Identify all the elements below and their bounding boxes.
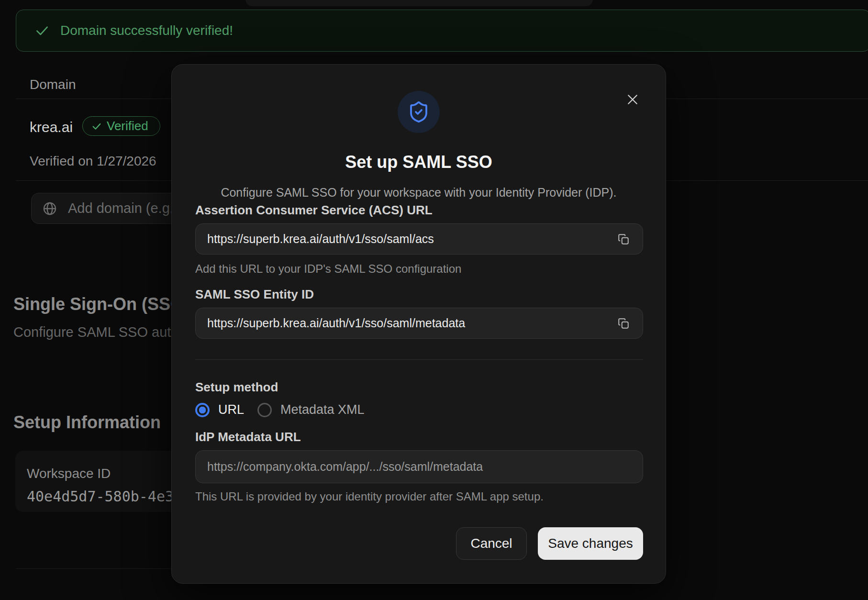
success-banner: Domain successfully verified! xyxy=(16,10,868,52)
domain-name: krea.ai xyxy=(30,119,73,135)
divider xyxy=(195,359,643,360)
setup-information-heading: Setup Information xyxy=(13,412,161,433)
radio-selected-icon[interactable] xyxy=(195,403,210,417)
entity-id-label: SAML SSO Entity ID xyxy=(195,287,314,302)
modal-actions: Cancel Save changes xyxy=(195,527,643,560)
sso-subtext: Configure SAML SSO auth xyxy=(13,324,179,340)
setup-method-label: Setup method xyxy=(195,380,278,395)
entity-id-field xyxy=(195,308,643,339)
modal-subtitle: Configure SAML SSO for your workspace wi… xyxy=(171,186,666,200)
radio-option-metadata-xml[interactable]: Metadata XML xyxy=(257,402,365,417)
verified-date: Verified on 1/27/2026 xyxy=(30,154,156,169)
radio-unselected-icon[interactable] xyxy=(257,403,272,417)
save-changes-button[interactable]: Save changes xyxy=(538,527,643,560)
verified-badge: Verified xyxy=(82,116,160,136)
radio-option-url[interactable]: URL xyxy=(195,402,244,417)
radio-label: URL xyxy=(218,402,244,417)
radio-label: Metadata XML xyxy=(280,402,365,417)
badge-check-icon xyxy=(91,121,102,132)
shield-icon xyxy=(398,91,440,133)
entity-id-input[interactable] xyxy=(207,316,612,330)
sso-heading: Single Sign-On (SSO xyxy=(13,294,184,314)
acs-url-input[interactable] xyxy=(207,232,612,246)
copy-icon[interactable] xyxy=(613,313,634,334)
idp-metadata-url-label: IdP Metadata URL xyxy=(195,430,301,444)
badge-label: Verified xyxy=(107,119,148,133)
top-toast-remnant xyxy=(245,0,593,6)
idp-metadata-url-field xyxy=(195,450,643,483)
banner-text: Domain successfully verified! xyxy=(60,23,233,38)
check-icon xyxy=(34,23,50,38)
idp-helper-text: This URL is provided by your identity pr… xyxy=(195,490,544,503)
cancel-button[interactable]: Cancel xyxy=(456,527,527,560)
page-background: Domain successfully verified! Domain kre… xyxy=(0,0,868,600)
close-icon[interactable] xyxy=(622,89,643,110)
idp-metadata-url-input[interactable] xyxy=(207,460,612,474)
acs-url-label: Assertion Consumer Service (ACS) URL xyxy=(195,203,433,218)
globe-icon xyxy=(42,201,57,216)
modal-title: Set up SAML SSO xyxy=(171,152,666,172)
copy-icon[interactable] xyxy=(613,229,634,250)
acs-url-field xyxy=(195,223,643,255)
domain-column-header: Domain xyxy=(30,77,76,92)
setup-method-options: URL Metadata XML xyxy=(195,402,365,417)
add-domain-placeholder: Add domain (e.g. xyxy=(68,200,174,216)
acs-helper-text: Add this URL to your IDP's SAML SSO conf… xyxy=(195,262,461,276)
